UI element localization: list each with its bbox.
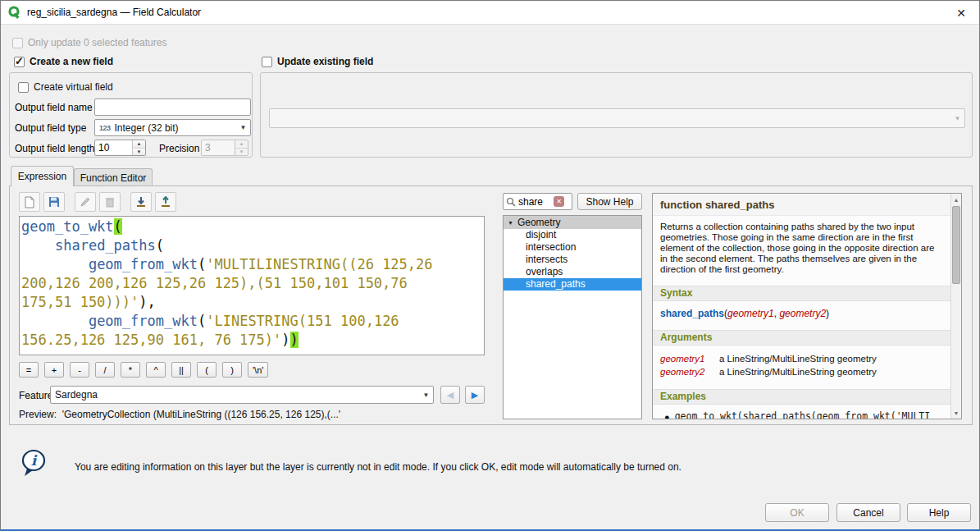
new-field-group: Create virtual field Output field name O… [9,72,253,158]
title-bar: reg_sicilia_sardegna — Field Calculator … [1,1,979,25]
example-code: geom_to_wkt(shared_paths(geom_from_wkt('… [675,411,931,419]
scrollbar-thumb[interactable] [952,206,960,284]
chevron-down-icon: ▼ [236,120,250,135]
scroll-down-icon[interactable]: ▼ [951,407,961,419]
arguments-header: Arguments [653,330,950,346]
help-scrollbar[interactable]: ▲ ▼ [950,194,961,419]
previous-feature-button[interactable]: ◀ [440,386,460,404]
tab-expression[interactable]: Expression [11,166,74,186]
only-update-label: Only update 0 selected features [28,37,166,48]
checkbox-box [18,82,29,93]
update-existing-field-checkbox[interactable]: Update existing field [262,56,373,67]
only-update-checkbox[interactable]: Only update 0 selected features [12,37,166,48]
function-tree: ▼ Geometry disjointintersectionintersect… [503,215,642,419]
precision-input[interactable] [202,140,235,155]
spin-up-icon: ▲ [235,140,248,149]
help-title: function shared_paths [653,194,950,216]
help-description: Returns a collection containing paths sh… [660,222,942,275]
operator-button[interactable]: = [19,362,39,378]
help-button[interactable]: Help [907,503,971,522]
output-field-name-label: Output field name [15,102,93,113]
operator-button[interactable]: || [171,362,191,378]
expression-preview: Preview: 'GeometryCollection (MultiLineS… [19,409,340,420]
output-field-length-spinner[interactable]: ▲ ▼ [94,140,146,156]
save-expression-icon [48,196,60,208]
example-item: ● geom_to_wkt(shared_paths(geom_from_wkt… [664,411,943,419]
edit-mode-message: You are editing information on this laye… [75,461,846,473]
scroll-up-icon[interactable]: ▲ [951,194,961,205]
new-expression-button[interactable] [19,192,40,212]
function-tree-item[interactable]: intersects [504,254,641,266]
operator-button[interactable]: - [70,362,89,378]
expression-toolbar [19,192,176,212]
expression-editor[interactable]: geom_to_wkt( shared_paths( geom_from_wkt… [19,216,485,355]
tab-function-editor[interactable]: Function Editor [74,168,153,186]
function-tree-item[interactable]: intersection [504,241,641,254]
cancel-button[interactable]: Cancel [836,503,900,522]
update-existing-field-label: Update existing field [277,56,373,67]
ok-button[interactable]: OK [765,503,829,522]
operator-button[interactable]: + [44,362,64,378]
function-tree-item[interactable]: shared_paths [504,278,641,291]
import-expression-icon [135,196,147,208]
function-help-panel: function shared_paths Returns a collecti… [652,193,962,419]
operator-button[interactable]: ^ [146,362,166,378]
spin-up-icon[interactable]: ▲ [133,140,145,149]
new-expression-icon [24,196,35,208]
close-icon[interactable]: ✕ [954,6,969,21]
info-icon: i [21,449,47,481]
create-virtual-field-checkbox[interactable]: Create virtual field [18,81,113,93]
bullet-icon: ● [664,412,670,419]
arguments-table: geometry1a LineString/MultiLineString ge… [660,352,943,378]
export-expression-icon [160,196,171,208]
function-tree-item[interactable]: disjoint [504,229,641,241]
qgis-icon [8,6,21,19]
preview-label: Preview: [19,409,57,420]
edit-expression-icon [80,196,91,208]
save-expression-button[interactable] [43,192,65,212]
operator-button[interactable]: / [95,362,115,378]
clear-search-icon[interactable]: ✕ [554,196,564,207]
output-field-length-label: Output field length [15,143,94,154]
argument-row: geometry1a LineString/MultiLineString ge… [660,352,943,365]
create-virtual-field-label: Create virtual field [34,81,113,93]
tab-function-editor-label: Function Editor [80,172,147,184]
create-new-field-checkbox[interactable]: Create a new field [14,56,113,67]
output-field-name-input[interactable] [94,98,251,116]
precision-label: Precision [159,143,199,154]
feature-combo[interactable]: Sardegna ▼ [50,386,434,404]
argument-row: geometry2a LineString/MultiLineString ge… [660,365,943,378]
function-search[interactable]: ✕ [503,193,572,210]
edit-expression-button[interactable] [75,192,96,212]
output-field-type-value: Integer (32 bit) [115,122,179,134]
precision-spinner[interactable]: ▲ ▼ [201,140,248,156]
show-help-button[interactable]: Show Help [577,193,642,210]
operator-button[interactable]: ) [222,362,242,378]
existing-field-combo[interactable]: ▼ [269,108,965,128]
function-tree-item[interactable]: overlaps [504,266,641,278]
next-feature-button[interactable]: ▶ [465,386,485,404]
output-field-length-input[interactable] [95,140,132,155]
tab-expression-label: Expression [18,171,66,182]
examples-header: Examples [653,389,950,405]
spin-down-icon[interactable]: ▼ [133,149,145,156]
update-existing-group: ▼ [260,72,973,158]
operator-button[interactable]: '\n' [248,362,268,378]
operator-button[interactable]: * [121,362,140,378]
delete-expression-button[interactable] [99,192,121,212]
window-title: reg_sicilia_sardegna — Field Calculator [27,7,201,18]
export-expression-button[interactable] [155,192,176,212]
search-input[interactable] [518,196,551,208]
operator-button[interactable]: ( [197,362,217,378]
output-field-type-label: Output field type [15,122,86,134]
delete-expression-icon [104,196,116,208]
expander-icon[interactable]: ▼ [508,220,513,226]
field-calculator-dialog: reg_sicilia_sardegna — Field Calculator … [0,0,980,531]
function-tree-items: disjointintersectionintersectsoverlapssh… [504,229,641,291]
import-expression-button[interactable] [130,192,152,212]
expression-text: geom_to_wkt( shared_paths( geom_from_wkt… [21,217,482,350]
feature-label: Feature [19,390,52,401]
output-field-type-combo[interactable]: 123 Integer (32 bit) ▼ [94,119,251,136]
checkbox-box [14,57,25,67]
function-group-geometry[interactable]: ▼ Geometry [504,216,641,229]
